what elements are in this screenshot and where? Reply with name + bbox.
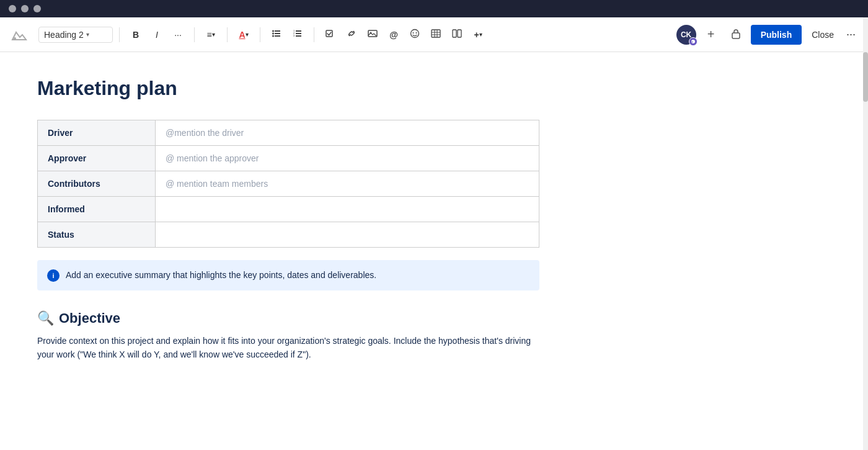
image-button[interactable]: [363, 25, 383, 45]
color-text-icon: A: [239, 30, 245, 40]
page-title[interactable]: Marketing plan: [37, 77, 831, 100]
table-row: Informed: [38, 197, 539, 222]
svg-rect-24: [453, 30, 456, 37]
svg-point-5: [272, 33, 274, 35]
svg-rect-1: [275, 30, 280, 32]
objective-emoji: 🔍: [37, 310, 54, 326]
mention-icon: @: [389, 30, 398, 40]
heading-selector[interactable]: Heading 2 ▾: [38, 27, 113, 43]
align-button[interactable]: ≡ ▾: [201, 25, 221, 45]
table-value-cell[interactable]: [156, 197, 539, 222]
link-icon: [347, 29, 356, 40]
table-label-cell: Driver: [38, 120, 156, 146]
window-dot-red: [9, 5, 16, 12]
app-logo: [10, 26, 27, 43]
svg-text:3: 3: [293, 34, 295, 37]
window-dot-yellow: [21, 5, 29, 12]
table-row: Driver@mention the driver: [38, 120, 539, 146]
info-icon: i: [47, 269, 60, 282]
scrollbar-track[interactable]: [863, 17, 868, 450]
emoji-button[interactable]: [405, 25, 425, 45]
image-icon: [368, 29, 378, 40]
objective-heading-text: Objective: [59, 310, 120, 326]
italic-button[interactable]: I: [147, 25, 167, 45]
divider-4: [260, 27, 260, 42]
task-button[interactable]: [321, 25, 340, 45]
more-options-icon: ···: [846, 28, 856, 40]
svg-rect-8: [296, 33, 301, 34]
layout-button[interactable]: [447, 25, 467, 45]
table-value-cell[interactable]: @mention the driver: [156, 120, 539, 146]
svg-point-17: [413, 32, 414, 34]
divider-3: [227, 27, 228, 42]
emoji-icon: [410, 29, 420, 40]
title-bar: [0, 0, 868, 17]
objective-heading: 🔍 Objective: [37, 310, 831, 326]
table-value-cell[interactable]: @ mention team members: [156, 171, 539, 197]
bullet-list-button[interactable]: [267, 25, 286, 45]
svg-point-16: [411, 30, 419, 38]
table-icon: [431, 29, 441, 40]
align-group: ≡ ▾: [201, 25, 221, 45]
svg-point-6: [272, 35, 274, 37]
heading-selector-label: Heading 2: [44, 30, 84, 40]
svg-rect-7: [296, 30, 301, 32]
svg-rect-2: [275, 33, 280, 34]
scrollbar-thumb[interactable]: [863, 52, 868, 102]
info-table: Driver@mention the driverApprover@ menti…: [37, 120, 539, 248]
toolbar: Heading 2 ▾ B I ··· ≡ ▾ A ▾ 123: [0, 17, 868, 52]
objective-body: Provide context on this project and expl…: [37, 334, 533, 362]
more-options-button[interactable]: ···: [844, 25, 858, 43]
lock-icon: [730, 27, 742, 42]
bold-button[interactable]: B: [126, 25, 146, 45]
svg-rect-19: [432, 30, 440, 37]
table-row: Contributors@ mention team members: [38, 171, 539, 197]
svg-point-18: [416, 32, 417, 34]
info-box-text: Add an executive summary that highlights…: [66, 269, 376, 282]
table-label-cell: Informed: [38, 197, 156, 222]
align-icon: ≡: [206, 30, 211, 40]
publish-button[interactable]: Publish: [751, 25, 802, 45]
svg-rect-3: [275, 35, 280, 37]
mention-button[interactable]: @: [384, 25, 404, 45]
table-row: Approver@ mention the approver: [38, 146, 539, 171]
plus-icon: +: [474, 30, 479, 40]
add-collaborator-button[interactable]: +: [701, 25, 721, 45]
more-format-button[interactable]: ···: [168, 25, 188, 45]
numbered-list-icon: 123: [293, 29, 303, 40]
insert-more-chevron-icon: ▾: [479, 31, 482, 38]
numbered-list-button[interactable]: 123: [288, 25, 308, 45]
svg-rect-9: [296, 35, 301, 37]
window-dot-green: [33, 5, 41, 12]
link-button[interactable]: [342, 25, 361, 45]
table-value-cell[interactable]: @ mention the approver: [156, 146, 539, 171]
table-value-cell[interactable]: [156, 222, 539, 248]
divider-5: [314, 27, 314, 42]
heading-selector-chevron: ▾: [86, 31, 89, 38]
svg-point-4: [272, 30, 274, 32]
bullet-list-icon: [272, 29, 281, 40]
align-chevron-icon: ▾: [212, 31, 215, 38]
plus-circle-icon: +: [707, 27, 715, 42]
divider-2: [194, 27, 195, 42]
right-toolbar-group: CK + + Publish Close ···: [676, 25, 858, 45]
svg-text:+: +: [691, 40, 693, 43]
table-label-cell: Status: [38, 222, 156, 248]
insert-group: @ + ▾: [321, 25, 488, 45]
color-chevron-icon: ▾: [246, 31, 249, 38]
avatar[interactable]: CK +: [676, 25, 696, 45]
info-box: i Add an executive summary that highligh…: [37, 260, 539, 290]
text-format-group: B I ···: [126, 25, 188, 45]
insert-more-button[interactable]: + ▾: [468, 25, 488, 45]
table-label-cell: Approver: [38, 146, 156, 171]
svg-rect-25: [458, 30, 461, 37]
table-row: Status: [38, 222, 539, 248]
svg-rect-28: [732, 33, 740, 38]
color-group: A ▾: [234, 25, 254, 45]
table-button[interactable]: [426, 25, 446, 45]
color-button[interactable]: A ▾: [234, 25, 254, 45]
restrict-button[interactable]: [726, 25, 746, 45]
layout-icon: [452, 29, 462, 40]
close-button[interactable]: Close: [807, 25, 839, 45]
avatar-badge: +: [689, 37, 698, 46]
